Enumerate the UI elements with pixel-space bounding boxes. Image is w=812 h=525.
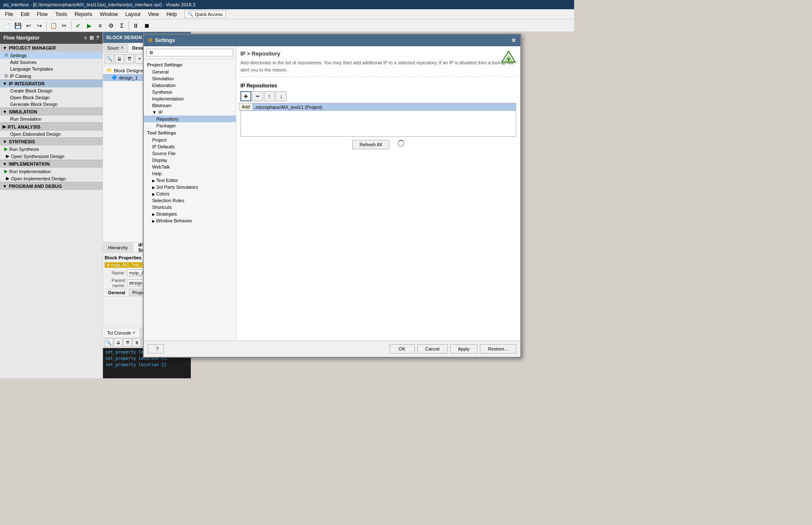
toolbar-gear-btn[interactable]: ⚙ bbox=[106, 21, 116, 31]
settings-item-ip-defaults[interactable]: IP Defaults bbox=[144, 143, 236, 150]
section-rtl-analysis[interactable]: ▶ RTL ANALYSIS bbox=[0, 122, 103, 131]
section-implementation[interactable]: ▼ IMPLEMENTATION bbox=[0, 160, 103, 168]
nav-add-sources[interactable]: Add Sources bbox=[0, 59, 103, 66]
menu-help[interactable]: Help bbox=[163, 11, 180, 18]
toolbar-sum-btn[interactable]: Σ bbox=[117, 21, 127, 31]
toolbar-cut-btn[interactable]: ✂ bbox=[59, 21, 69, 31]
toolbar-run-btn[interactable]: ▶ bbox=[84, 21, 94, 31]
flow-nav-header-icons: ≡ ⊞ ? bbox=[84, 35, 99, 41]
tcl-search-btn[interactable]: 🔍 bbox=[105, 338, 113, 347]
nav-ip-catalog[interactable]: ⊞ IP Catalog bbox=[0, 72, 103, 79]
settings-item-bitstream[interactable]: Bitstream bbox=[144, 102, 236, 109]
tcl-collapse-btn[interactable]: ⇊ bbox=[114, 338, 122, 347]
settings-item-synthesis[interactable]: Synthesis bbox=[144, 89, 236, 95]
settings-item-strategies[interactable]: Strategies bbox=[144, 211, 236, 217]
section-program-debug[interactable]: ▼ PROGRAM AND DEBUG bbox=[0, 182, 103, 190]
settings-item-window-behavior[interactable]: Window Behavior bbox=[144, 217, 236, 224]
search-icon: 🔍 bbox=[187, 11, 193, 17]
repos-down-btn[interactable]: ↓ bbox=[276, 91, 287, 101]
flow-nav-icon-1[interactable]: ≡ bbox=[84, 35, 87, 41]
nav-open-synthesized[interactable]: ▶ Open Synthesized Design bbox=[0, 153, 103, 160]
menu-window[interactable]: Window bbox=[96, 11, 121, 18]
tcl-expand-btn[interactable]: ⇈ bbox=[123, 338, 132, 347]
bd-bottom-hierarchy[interactable]: Hierarchy bbox=[103, 243, 133, 252]
repos-up-btn[interactable]: ↑ bbox=[264, 91, 275, 101]
settings-item-shortcuts[interactable]: Shortcuts bbox=[144, 204, 236, 211]
settings-item-implementation[interactable]: Implementation bbox=[144, 95, 236, 102]
ok-btn[interactable]: OK bbox=[390, 344, 415, 354]
repos-remove-btn[interactable]: − bbox=[252, 91, 263, 101]
tcl-pause-btn[interactable]: ⏸ bbox=[132, 338, 141, 347]
toolbar-check-btn[interactable]: ✔ bbox=[73, 21, 83, 31]
settings-item-text-editor[interactable]: Text Editor bbox=[144, 177, 236, 184]
bd-tab-source-close[interactable]: × bbox=[121, 45, 124, 50]
bottom-tab-tcl-close[interactable]: × bbox=[133, 330, 135, 335]
settings-item-selection-rules[interactable]: Selection Rules bbox=[144, 197, 236, 204]
settings-item-3rd-party[interactable]: 3rd Party Simulators bbox=[144, 184, 236, 190]
restore-btn[interactable]: Restore... bbox=[480, 344, 516, 354]
nav-create-block-design[interactable]: Create Block Design bbox=[0, 87, 103, 94]
dialog-close-button[interactable]: ✕ bbox=[511, 37, 516, 44]
settings-item-help[interactable]: Help bbox=[144, 170, 236, 177]
nav-run-synthesis[interactable]: ▶ Run Synthesis bbox=[0, 145, 103, 153]
settings-item-webtalk[interactable]: WebTalk bbox=[144, 164, 236, 170]
menu-flow[interactable]: Flow bbox=[34, 11, 51, 18]
settings-item-project[interactable]: Project bbox=[144, 137, 236, 143]
menu-layout[interactable]: Layout bbox=[122, 11, 144, 18]
nav-open-implemented[interactable]: ▶ Open Implemented Design bbox=[0, 175, 103, 182]
settings-item-simulation[interactable]: Simulation bbox=[144, 75, 236, 82]
cancel-btn[interactable]: Cancel bbox=[417, 344, 448, 354]
menu-file[interactable]: File bbox=[2, 11, 16, 18]
menu-view[interactable]: View bbox=[145, 11, 162, 18]
bp-tab-general[interactable]: General bbox=[105, 289, 129, 296]
toolbar-new-btn[interactable]: 📄 bbox=[2, 21, 12, 31]
nav-generate-block-design[interactable]: Generate Block Design bbox=[0, 101, 103, 108]
repos-add-btn[interactable]: + bbox=[240, 91, 251, 101]
settings-item-repository[interactable]: Repository bbox=[144, 116, 236, 122]
section-project-manager[interactable]: ▼ PROJECT MANAGER bbox=[0, 44, 103, 52]
flow-nav-icon-2[interactable]: ⊞ bbox=[90, 35, 94, 41]
nav-open-impl-label: Open Implemented Design bbox=[11, 176, 66, 181]
bd-expand-btn[interactable]: ⇈ bbox=[125, 54, 134, 63]
help-btn[interactable]: ? bbox=[148, 344, 164, 354]
bd-collapse-btn[interactable]: ⇊ bbox=[115, 54, 124, 63]
chevron-right-icon: ▶ bbox=[3, 124, 6, 129]
settings-item-display[interactable]: Display bbox=[144, 157, 236, 164]
bd-search-btn[interactable]: 🔍 bbox=[105, 54, 114, 63]
toolbar-redo-btn[interactable]: ↪ bbox=[34, 21, 45, 31]
toolbar-prog-btn[interactable]: ≡ bbox=[95, 21, 105, 31]
toolbar-stop-btn[interactable]: ⏹ bbox=[142, 21, 152, 31]
settings-item-elaboration[interactable]: Elaboration bbox=[144, 82, 236, 89]
menu-tools[interactable]: Tools bbox=[52, 11, 70, 18]
toolbar-undo-btn[interactable]: ↩ bbox=[24, 21, 34, 31]
flow-nav-icon-3[interactable]: ? bbox=[96, 35, 99, 41]
refresh-all-btn[interactable]: Refresh All bbox=[352, 140, 389, 149]
menu-edit[interactable]: Edit bbox=[17, 11, 33, 18]
nav-run-implementation[interactable]: ▶ Run Implementation bbox=[0, 168, 103, 175]
settings-item-ip[interactable]: ▼ IP bbox=[144, 109, 236, 116]
nav-open-elaborated[interactable]: Open Elaborated Design bbox=[0, 131, 103, 137]
repos-list-item[interactable]: e/te...microphace/AIX_test11 (Project) bbox=[241, 103, 516, 111]
spinner-container bbox=[398, 140, 404, 149]
settings-search-input[interactable] bbox=[146, 49, 233, 56]
quick-access-box[interactable]: 🔍 Quick Access bbox=[185, 11, 226, 18]
nav-language-templates[interactable]: Language Templates bbox=[0, 66, 103, 72]
settings-item-general[interactable]: General bbox=[144, 69, 236, 75]
apply-btn[interactable]: Apply bbox=[450, 344, 478, 354]
settings-item-source-file[interactable]: Source File bbox=[144, 150, 236, 157]
settings-item-packager[interactable]: Packager bbox=[144, 122, 236, 129]
section-simulation[interactable]: ▼ SIMULATION bbox=[0, 108, 103, 116]
settings-ip-label: IP bbox=[158, 110, 163, 115]
toolbar-save-btn[interactable]: 💾 bbox=[13, 21, 23, 31]
section-ip-integrator[interactable]: ▼ IP INTEGRATOR bbox=[0, 79, 103, 87]
menu-reports[interactable]: Reports bbox=[71, 11, 95, 18]
settings-item-colors[interactable]: Colors bbox=[144, 190, 236, 197]
toolbar-pause-btn[interactable]: ⏸ bbox=[131, 21, 141, 31]
toolbar-copy-btn[interactable]: 📋 bbox=[48, 21, 58, 31]
bottom-tab-tcl[interactable]: Tcl Console × bbox=[103, 328, 140, 337]
section-synthesis[interactable]: ▼ SYNTHESIS bbox=[0, 137, 103, 145]
nav-settings[interactable]: ⚙ Settings bbox=[0, 52, 103, 59]
nav-run-simulation[interactable]: Run Simulation bbox=[0, 116, 103, 122]
nav-open-block-design[interactable]: Open Block Design bbox=[0, 94, 103, 101]
bd-tab-source[interactable]: Sourc × bbox=[103, 43, 128, 53]
